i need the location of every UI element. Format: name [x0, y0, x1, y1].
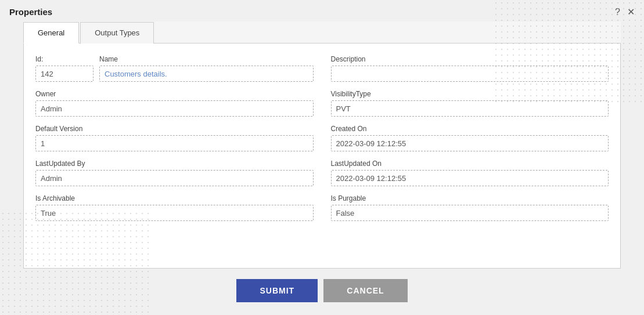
- last-updated-by-label: LastUpdated By: [35, 160, 314, 168]
- visibility-type-input[interactable]: [331, 100, 609, 117]
- dialog-title: Properties: [9, 7, 52, 17]
- description-label: Description: [331, 55, 609, 63]
- help-icon[interactable]: ?: [615, 8, 620, 17]
- tabs-container: General Output Types: [23, 21, 621, 44]
- last-updated-on-group: LastUpdated On: [331, 160, 609, 186]
- header-icons: ? ✕: [615, 8, 635, 17]
- id-name-row: Id: Name: [35, 55, 314, 82]
- owner-label: Owner: [35, 90, 314, 98]
- last-updated-by-input[interactable]: [35, 170, 314, 186]
- id-label: Id:: [35, 55, 93, 63]
- tab-content-general: Id: Name Description Owner: [23, 44, 621, 269]
- owner-input[interactable]: [35, 100, 314, 117]
- submit-button[interactable]: SUBMIT: [236, 279, 318, 302]
- created-on-group: Created On: [331, 125, 609, 151]
- default-version-group: Default Version: [35, 125, 314, 151]
- default-version-label: Default Version: [35, 125, 314, 133]
- is-archivable-group: Is Archivable: [35, 194, 314, 221]
- is-archivable-label: Is Archivable: [35, 194, 314, 202]
- created-on-label: Created On: [331, 125, 609, 133]
- name-label: Name: [99, 55, 314, 63]
- description-input[interactable]: [331, 66, 609, 82]
- is-purgable-input[interactable]: [331, 205, 609, 221]
- name-input[interactable]: [99, 66, 314, 82]
- tab-output-types[interactable]: Output Types: [80, 22, 154, 44]
- tab-general[interactable]: General: [23, 22, 79, 44]
- is-archivable-input[interactable]: [35, 205, 314, 221]
- name-group: Name: [99, 55, 314, 82]
- dialog-body: General Output Types Id: Name: [0, 21, 644, 269]
- default-version-input[interactable]: [35, 135, 314, 151]
- owner-group: Owner: [35, 90, 314, 117]
- form-grid: Id: Name Description Owner: [35, 55, 609, 229]
- id-input[interactable]: [35, 66, 93, 82]
- id-group: Id:: [35, 55, 93, 82]
- dialog: Properties ? ✕ General Output Types Id:: [0, 0, 644, 315]
- description-group: Description: [331, 55, 609, 82]
- dialog-header: Properties ? ✕: [0, 0, 644, 21]
- visibility-type-label: VisibilityType: [331, 90, 609, 98]
- last-updated-by-group: LastUpdated By: [35, 160, 314, 186]
- last-updated-on-label: LastUpdated On: [331, 160, 609, 168]
- cancel-button[interactable]: CANCEL: [323, 279, 407, 302]
- is-purgable-label: Is Purgable: [331, 194, 609, 202]
- is-purgable-group: Is Purgable: [331, 194, 609, 221]
- visibility-type-group: VisibilityType: [331, 90, 609, 117]
- close-icon[interactable]: ✕: [627, 8, 635, 17]
- last-updated-on-input[interactable]: [331, 170, 609, 186]
- dialog-footer: SUBMIT CANCEL: [0, 269, 644, 315]
- created-on-input[interactable]: [331, 135, 609, 151]
